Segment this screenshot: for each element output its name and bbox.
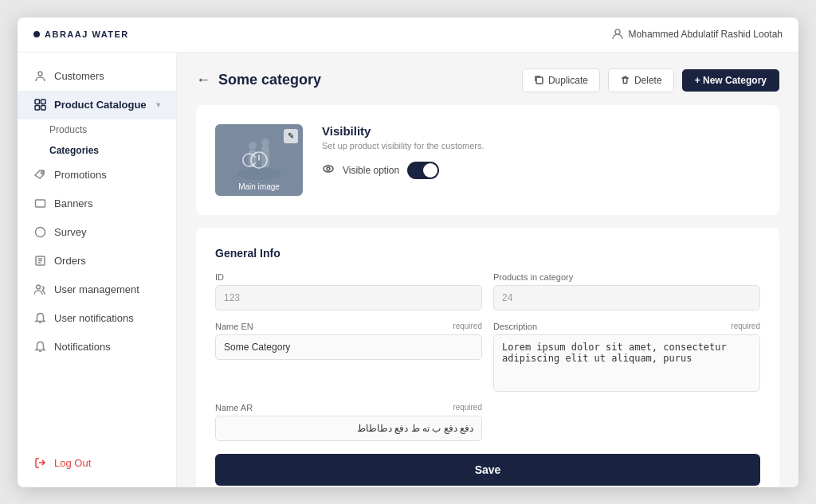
- content-area: ← Some category Duplicate: [177, 53, 798, 487]
- duplicate-label: Duplicate: [548, 75, 588, 86]
- image-caption: Main image: [238, 182, 280, 191]
- svg-point-6: [41, 172, 43, 174]
- page-title: Some category: [218, 72, 321, 88]
- name-en-label: Name EN required: [215, 322, 482, 331]
- sidebar-item-banners[interactable]: Banners: [18, 189, 176, 218]
- id-label: ID: [215, 272, 482, 282]
- survey-icon: [33, 226, 46, 239]
- sidebar-item-label: Promotions: [54, 169, 107, 181]
- sidebar-item-label: Notifications: [54, 341, 111, 353]
- sidebar-item-user-notifications[interactable]: User notifications: [18, 304, 176, 333]
- svg-point-8: [35, 228, 45, 237]
- visibility-toggle[interactable]: [407, 162, 439, 179]
- chevron-down-icon: ▾: [156, 100, 160, 109]
- svg-point-12: [237, 167, 281, 180]
- svg-point-16: [261, 139, 269, 147]
- tag-icon: [33, 169, 46, 182]
- svg-point-10: [36, 285, 40, 289]
- sidebar-item-notifications[interactable]: Notifications: [18, 333, 176, 361]
- new-category-button[interactable]: + New Category: [682, 69, 779, 92]
- sidebar-item-user-management[interactable]: User management: [18, 275, 176, 304]
- logo-dot: [33, 31, 40, 37]
- svg-rect-3: [41, 100, 45, 104]
- products-in-category-input: [493, 285, 760, 311]
- eye-icon: [322, 162, 335, 178]
- section-title: General Info: [215, 247, 760, 260]
- visible-option-label: Visible option: [343, 165, 399, 176]
- svg-rect-2: [35, 100, 40, 104]
- new-category-label: + New Category: [695, 75, 767, 86]
- svg-rect-5: [41, 106, 45, 111]
- save-button[interactable]: Save: [215, 454, 760, 486]
- logout-icon: [33, 457, 46, 470]
- square-icon: [33, 197, 46, 210]
- user-icon: [611, 28, 624, 41]
- products-in-category-label: Products in category: [493, 272, 760, 282]
- sidebar-sub-products[interactable]: Products: [49, 119, 176, 140]
- sidebar-item-label: User notifications: [54, 312, 134, 324]
- sidebar-item-label: Survey: [54, 226, 86, 238]
- svg-point-15: [249, 142, 257, 150]
- logo-text: ABRAAJ WATER: [45, 29, 129, 39]
- save-label: Save: [475, 463, 501, 476]
- toggle-row: Visible option: [322, 162, 484, 179]
- sidebar-item-label: Banners: [54, 197, 92, 209]
- name-en-input[interactable]: [215, 334, 482, 360]
- user-info: Mohammed Abdulatif Rashid Lootah: [611, 28, 783, 41]
- field-id: ID: [215, 272, 482, 311]
- duplicate-icon: [534, 75, 544, 85]
- svg-rect-4: [35, 106, 40, 111]
- sidebar-item-label: Product Catalogue: [54, 99, 147, 111]
- delete-icon: [620, 75, 630, 85]
- visibility-info: Visibility Set up product visibility for…: [322, 124, 484, 179]
- bell-outline-icon: [33, 341, 46, 354]
- name-ar-label: Name AR required: [215, 403, 482, 412]
- field-products-in-category: Products in category: [493, 272, 760, 311]
- field-name-ar: Name AR required: [215, 403, 482, 441]
- sidebar: Customers Product Catalogue ▾ Products C: [18, 53, 177, 487]
- app-logo: ABRAAJ WATER: [33, 29, 129, 39]
- field-description: Description required Lorem ipsum dolor s…: [493, 322, 760, 392]
- visibility-card: ✎: [196, 105, 779, 215]
- svg-rect-11: [536, 77, 543, 84]
- sidebar-item-product-catalogue[interactable]: Product Catalogue ▾: [18, 91, 176, 119]
- form-grid: ID Products in category Name: [215, 272, 760, 441]
- sidebar-item-survey[interactable]: Survey: [18, 218, 176, 247]
- sidebar-item-customers[interactable]: Customers: [18, 62, 176, 91]
- id-input: [215, 285, 482, 311]
- page-header: ← Some category Duplicate: [196, 68, 779, 92]
- edit-image-icon[interactable]: ✎: [284, 129, 298, 143]
- username-text: Mohammed Abdulatif Rashid Lootah: [629, 29, 783, 40]
- delete-button[interactable]: Delete: [608, 68, 674, 92]
- sidebar-item-orders[interactable]: Orders: [18, 247, 176, 275]
- grid-icon: [33, 99, 46, 111]
- sidebar-sub-menu: Products Categories: [18, 119, 176, 161]
- name-ar-input[interactable]: [215, 416, 482, 441]
- sidebar-item-logout[interactable]: Log Out: [18, 449, 176, 478]
- delete-label: Delete: [634, 75, 662, 86]
- sidebar-item-label: User management: [54, 283, 139, 295]
- sidebar-item-promotions[interactable]: Promotions: [18, 161, 176, 189]
- image-upload-box[interactable]: ✎: [215, 124, 303, 196]
- topbar: ABRAAJ WATER Mohammed Abdulatif Rashid L…: [18, 18, 798, 53]
- svg-point-0: [615, 29, 620, 34]
- svg-point-18: [324, 166, 333, 172]
- page-actions: Duplicate Delete + New Category: [522, 68, 779, 92]
- back-button[interactable]: ←: [196, 72, 210, 88]
- field-name-en: Name EN required: [215, 322, 482, 392]
- duplicate-button[interactable]: Duplicate: [522, 68, 600, 92]
- sidebar-sub-categories[interactable]: Categories: [49, 140, 176, 161]
- users-icon: [33, 283, 46, 296]
- person-icon: [33, 70, 46, 83]
- visibility-description: Set up product visibility for the custom…: [322, 141, 484, 150]
- sidebar-item-label: Customers: [54, 70, 104, 82]
- visibility-section: ✎: [215, 124, 760, 196]
- description-textarea[interactable]: Lorem ipsum dolor sit amet, consectetur …: [493, 334, 760, 392]
- bell-icon: [33, 312, 46, 325]
- sidebar-item-label: Orders: [54, 255, 86, 267]
- general-info-card: General Info ID Products in category: [196, 228, 779, 487]
- clipboard-icon: [33, 255, 46, 268]
- svg-point-19: [327, 167, 330, 170]
- svg-rect-7: [35, 200, 45, 207]
- main-layout: Customers Product Catalogue ▾ Products C: [18, 53, 798, 487]
